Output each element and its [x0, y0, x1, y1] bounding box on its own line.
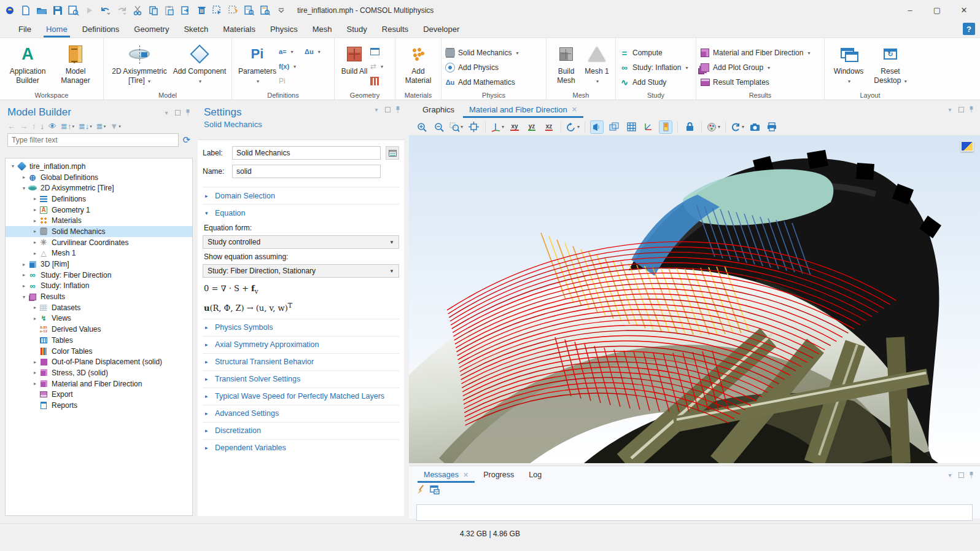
open-messages-window-icon[interactable]: [430, 485, 440, 497]
section-advanced[interactable]: ▸Advanced Settings: [203, 405, 399, 422]
build-mesh-button[interactable]: Build Mesh: [550, 41, 582, 85]
rename-button[interactable]: [386, 146, 399, 160]
equation-form-select[interactable]: Study controlled▼: [203, 235, 399, 249]
add-plot-group-button[interactable]: Add Plot Group▾: [700, 61, 820, 74]
tab-file[interactable]: File: [11, 21, 39, 37]
cut-icon[interactable]: [130, 3, 145, 18]
panel-menu-icon[interactable]: ▾: [946, 106, 954, 113]
tab-materials[interactable]: Materials: [216, 21, 263, 37]
float-panel-icon[interactable]: [959, 107, 964, 112]
compute-button[interactable]: =Compute: [620, 47, 692, 59]
tab-results[interactable]: Results: [375, 21, 416, 37]
section-axial-symmetry[interactable]: ▸Axial Symmetry Approximation: [203, 336, 399, 353]
tree-item-mesh1[interactable]: △Mesh 1: [6, 248, 192, 259]
tab-definitions[interactable]: Definitions: [75, 21, 127, 37]
filter-icon[interactable]: ▼▾: [110, 122, 120, 131]
tree-item-reports[interactable]: Reports: [6, 400, 192, 411]
tree-item-out-of-plane-displacement[interactable]: Out-of-Plane Displacement (solid): [6, 356, 192, 367]
panel-menu-icon[interactable]: ▾: [163, 109, 170, 116]
delete-icon[interactable]: [194, 3, 209, 18]
panel-menu-icon[interactable]: ▾: [946, 472, 954, 479]
nonlocal-couplings-button[interactable]: Δu▾: [305, 45, 330, 58]
section-wave-speed[interactable]: ▸Typical Wave Speed for Perfectly Matche…: [203, 388, 399, 405]
section-structural-transient[interactable]: ▸Structural Transient Behavior: [203, 353, 399, 370]
select-box-icon[interactable]: [210, 3, 225, 18]
tree-item-export[interactable]: Export: [6, 389, 192, 400]
section-discretization[interactable]: ▸Discretization: [203, 422, 399, 439]
move-up-icon[interactable]: ↑: [32, 122, 36, 131]
reset-desktop-button[interactable]: ↻ Reset Desktop ▾: [869, 41, 912, 85]
find-icon[interactable]: [242, 3, 257, 18]
tab-mesh[interactable]: Mesh: [305, 21, 340, 37]
add-physics-button[interactable]: Add Physics: [445, 61, 542, 74]
model-tree-nodes-icon[interactable]: ≣▾: [96, 122, 106, 131]
close-button[interactable]: ✕: [951, 1, 978, 20]
tab-log[interactable]: Log: [521, 467, 549, 483]
zoom-out-icon[interactable]: [432, 120, 446, 134]
tab-sketch[interactable]: Sketch: [176, 21, 216, 37]
open-file-icon[interactable]: [34, 3, 49, 18]
tab-developer[interactable]: Developer: [416, 21, 467, 37]
tab-material-fiber-direction[interactable]: Material and Fiber Direction✕: [462, 101, 585, 118]
panel-menu-icon[interactable]: ▾: [373, 106, 380, 113]
add-material-button[interactable]: Add Material: [399, 41, 437, 85]
windows-button[interactable]: Windows▾: [828, 41, 869, 85]
view-yz-icon[interactable]: yz: [525, 120, 539, 134]
tree-item-solid-mechanics[interactable]: Solid Mechanics: [6, 226, 192, 237]
section-transient-solver[interactable]: ▸Transient Solver Settings: [203, 370, 399, 388]
label-input[interactable]: [232, 146, 381, 160]
tree-item-geometry1[interactable]: AGeometry 1: [6, 205, 192, 216]
zoom-extents-icon[interactable]: [467, 120, 480, 134]
new-file-icon[interactable]: [18, 3, 33, 18]
tree-item-datasets[interactable]: Datasets: [6, 302, 192, 313]
float-panel-icon[interactable]: [385, 107, 391, 112]
save-icon[interactable]: [50, 3, 65, 18]
mesh1-button[interactable]: Mesh 1 ▾: [582, 41, 612, 85]
clear-messages-icon[interactable]: [416, 485, 425, 497]
import-geometry-button[interactable]: [370, 45, 391, 58]
model-manager-button[interactable]: Model Manager: [52, 41, 99, 85]
tab-progress[interactable]: Progress: [476, 467, 521, 483]
tree-item-definitions[interactable]: Definitions: [6, 193, 192, 205]
collapse-all-icon[interactable]: ≣↑▾: [61, 122, 74, 131]
section-dependent-variables[interactable]: ▸Dependent Variables: [203, 439, 399, 456]
color-legend-icon[interactable]: [659, 120, 672, 134]
scene-light-icon[interactable]: [590, 120, 604, 134]
show-axes-icon[interactable]: [642, 120, 655, 134]
transparency-icon[interactable]: [607, 120, 621, 134]
duplicate-icon[interactable]: [178, 3, 193, 18]
tree-item-stress-3d[interactable]: Stress, 3D (solid): [6, 367, 192, 378]
tree-item-curvilinear-coordinates[interactable]: ✳Curvilinear Coordinates: [6, 237, 192, 248]
section-domain-selection[interactable]: ▸Domain Selection: [203, 187, 399, 204]
redo-icon[interactable]: [114, 3, 129, 18]
tree-item-root[interactable]: tire_inflation.mph: [6, 161, 192, 172]
tab-physics[interactable]: Physics: [263, 21, 305, 37]
update-icon[interactable]: ▾: [731, 120, 744, 134]
lock-icon[interactable]: [683, 120, 696, 134]
show-icon[interactable]: 👁: [49, 122, 56, 131]
study-inflation-button[interactable]: ∞Study: Inflation▾: [620, 61, 692, 74]
name-input[interactable]: [232, 165, 381, 178]
expand-all-icon[interactable]: ≣↓▾: [79, 122, 92, 131]
grid-icon[interactable]: [624, 120, 638, 134]
tree-item-study-fiber-direction[interactable]: ∞Study: Fiber Direction: [6, 270, 192, 281]
customize-qat-icon[interactable]: [274, 3, 289, 18]
pin-panel-icon[interactable]: [395, 106, 400, 113]
tab-geometry[interactable]: Geometry: [126, 21, 176, 37]
variables-button[interactable]: a=▾: [279, 45, 305, 58]
float-panel-icon[interactable]: [175, 110, 181, 115]
close-tab-icon[interactable]: ✕: [463, 471, 469, 479]
messages-output[interactable]: [416, 504, 973, 521]
paste-icon[interactable]: [162, 3, 177, 18]
go-to-view-icon[interactable]: ▾: [491, 120, 504, 134]
tree-item-results[interactable]: Results: [6, 291, 192, 302]
tab-home[interactable]: Home: [39, 21, 75, 37]
remove-details-button[interactable]: [370, 75, 391, 87]
application-builder-button[interactable]: A Application Builder: [4, 41, 52, 85]
refresh-icon[interactable]: ⟳: [182, 135, 190, 146]
build-all-button[interactable]: Build All: [338, 41, 370, 76]
parameters-button[interactable]: Pi Parameters▾: [236, 41, 279, 85]
plot-thumbnail-icon[interactable]: [960, 141, 974, 152]
filter-input[interactable]: [7, 133, 179, 147]
tree-item-views[interactable]: ↯Views: [6, 313, 192, 324]
